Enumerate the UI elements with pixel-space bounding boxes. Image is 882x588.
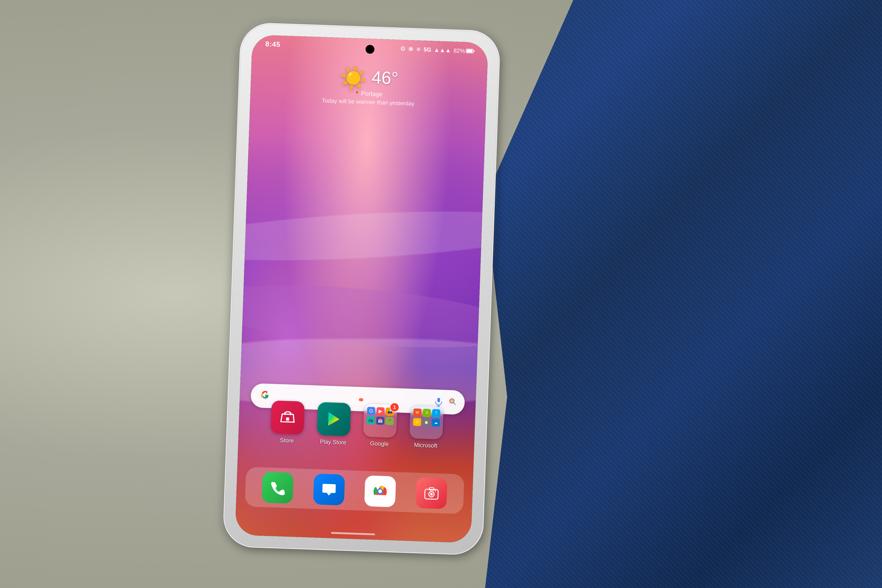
store-icon	[270, 400, 305, 435]
signal-icon: ▲▲▲	[434, 46, 451, 54]
dock	[236, 462, 473, 514]
svg-point-21	[430, 493, 433, 495]
app-google-folder[interactable]: 1 G ▶ 📷 📺 📅 📍 Google	[363, 404, 398, 448]
battery-icon	[466, 48, 475, 54]
svg-marker-13	[328, 412, 340, 426]
app-store[interactable]: Store	[270, 400, 305, 444]
play-store-label: Play Store	[320, 438, 346, 446]
wifi-icon: ❋	[408, 45, 413, 53]
folder-grid-microsoft: W X T O ◼ ☁	[409, 405, 443, 440]
status-icons: ⚙ ❋ ✳ 5G ▲▲▲ 82%	[400, 45, 475, 55]
phone-device: 8:45 ⚙ ❋ ✳ 5G ▲▲▲ 82% ☀️	[222, 22, 501, 556]
app-icons-area: Store	[238, 394, 476, 455]
dock-phone[interactable]	[262, 472, 294, 504]
denim-background	[485, 0, 882, 588]
svg-point-22	[435, 490, 436, 491]
svg-rect-11	[286, 417, 289, 420]
microsoft-folder-icon: W X T O ◼ ☁	[409, 405, 443, 440]
battery-percentage: 82%	[453, 47, 465, 54]
chrome-app-icon	[364, 476, 396, 507]
messages-app-icon	[313, 474, 345, 506]
weather-temperature: 46°	[371, 67, 399, 88]
network-label: 5G	[424, 46, 432, 53]
page-dot-2	[359, 398, 363, 402]
page-dot-1	[352, 398, 355, 401]
phone-app-icon	[262, 472, 294, 504]
phone-screen: 8:45 ⚙ ❋ ✳ 5G ▲▲▲ 82% ☀️	[235, 34, 488, 543]
battery-indicator: 82%	[453, 47, 475, 54]
camera-app-icon	[416, 477, 447, 509]
play-store-icon	[317, 402, 351, 436]
svg-rect-2	[473, 51, 474, 52]
status-time: 8:45	[265, 40, 280, 48]
google-folder-icon: 1 G ▶ 📷 📺 📅 📍	[363, 404, 398, 438]
dock-camera[interactable]	[416, 477, 447, 509]
dock-chrome[interactable]	[364, 476, 396, 507]
dock-messages[interactable]	[313, 474, 345, 506]
microsoft-folder-label: Microsoft	[414, 442, 437, 449]
settings-icon: ⚙	[400, 45, 406, 52]
store-label: Store	[280, 437, 294, 444]
bluetooth-icon: ✳	[416, 45, 421, 53]
google-folder-badge: 1	[390, 402, 400, 412]
app-play-store[interactable]: Play Store	[316, 402, 351, 446]
app-row: Store	[238, 399, 476, 450]
weather-icon: ☀️	[339, 66, 368, 89]
app-microsoft-folder[interactable]: W X T O ◼ ☁ Microsoft	[409, 405, 444, 449]
weather-widget[interactable]: ☀️ 46° 📍 Portage Today will be warmer th…	[322, 66, 416, 107]
wave-1	[235, 204, 488, 268]
svg-rect-1	[466, 50, 472, 53]
dock-bar	[245, 467, 464, 514]
google-folder-label: Google	[370, 440, 389, 447]
